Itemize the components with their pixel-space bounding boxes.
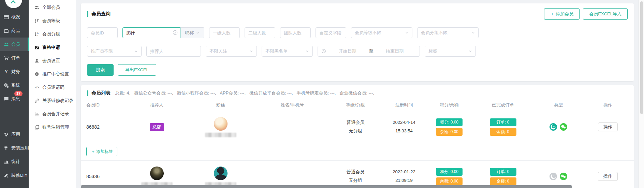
submenu-item-all-members[interactable]: 全部会员 xyxy=(29,1,76,14)
sidebar-item-label: 商品 xyxy=(11,28,20,34)
sidebar-item-orders[interactable]: 订单 xyxy=(0,51,29,65)
sidebar-item-label: 订单 xyxy=(11,55,20,61)
sidebar-item-overview[interactable]: 概况 xyxy=(0,10,29,24)
referrer-avatar[interactable] xyxy=(150,167,164,180)
filter-row-1: 昵称 会员等级不限 会员分组不限 xyxy=(87,27,628,38)
excel-import-button[interactable]: 会员EXCEL导入 xyxy=(583,8,628,20)
add-tag-button[interactable]: ＋ 添加标签 xyxy=(86,147,117,156)
submenu-item-member-settings[interactable]: 会员设置 xyxy=(29,54,76,67)
folder-check-icon xyxy=(34,45,39,50)
chevron-down-icon xyxy=(405,31,409,34)
orders-cart-icon xyxy=(4,56,9,61)
col-points-balance: 积分/余额 xyxy=(425,102,473,108)
sidebar-item-members[interactable]: 会员 xyxy=(0,38,29,51)
member-id-input[interactable] xyxy=(87,27,118,38)
chevron-down-icon xyxy=(471,31,475,34)
open-platform-gray-icon xyxy=(550,173,557,180)
sidebar-item-decorate-diy[interactable]: 装修DIY xyxy=(0,169,29,182)
sidebar-item-label: 装修DIY xyxy=(11,172,28,178)
secondary-sidebar: 全部会员 会员等级 AZ 会员分组 资格申请 会员设置 推广中心设置 </> 会… xyxy=(29,0,76,188)
custom-field-input[interactable] xyxy=(316,27,346,38)
vertical-scrollbar-thumb[interactable] xyxy=(640,1,643,114)
submenu-item-qualification[interactable]: 资格申请 xyxy=(29,41,76,54)
stats-bars-icon xyxy=(4,159,9,164)
chevron-down-icon xyxy=(134,49,138,53)
wechat-icon xyxy=(560,173,567,180)
keyword-input[interactable] xyxy=(122,27,180,38)
member-level-select[interactable]: 会员等级不限 xyxy=(351,27,412,38)
table-row: 85336 普通会员 无分组 2022-01-22 21:09:19 xyxy=(81,161,634,188)
export-excel-button[interactable]: 导出EXCEL xyxy=(118,64,156,76)
sidebar-item-apps[interactable]: 应用 xyxy=(0,128,29,141)
clear-input-icon[interactable] xyxy=(173,30,178,36)
orders-badge: 订单: 0 xyxy=(490,118,516,126)
app-window: 概况 商品 会员 订单 ¥ 财务 系统 消息 17 应 xyxy=(0,0,644,188)
member-group-select[interactable]: 会员分组不限 xyxy=(417,27,479,38)
points-badge: 积分: 0.00 xyxy=(436,168,463,176)
submenu-item-merge-log[interactable]: 会员合并记录 xyxy=(29,107,76,120)
row-action-button[interactable]: 操作 xyxy=(598,172,618,181)
member-group-value: 会员分组不限 xyxy=(421,30,448,36)
submenu-item-relation-log[interactable]: 关系链修改记录 xyxy=(29,94,76,107)
sidebar-item-install-apps[interactable]: 安装应用 xyxy=(0,141,29,155)
level1-count-input[interactable] xyxy=(209,27,240,38)
member-id: 86882 xyxy=(81,124,129,130)
submenu-item-label: 会员合并记录 xyxy=(42,111,69,117)
fan-avatar[interactable] xyxy=(214,117,228,131)
sort-amount-icon xyxy=(34,18,39,23)
reg-time: 15:33:54 xyxy=(383,127,425,135)
keyword-type-select[interactable]: 昵称 xyxy=(180,27,204,38)
follow-value: 不限关注 xyxy=(209,48,227,54)
member-level-value: 会员等级不限 xyxy=(355,30,381,36)
chevron-down-icon xyxy=(306,49,309,53)
sidebar-item-label: 应用 xyxy=(11,131,20,138)
submenu-item-account-cancel[interactable]: 账号注销管理 xyxy=(29,120,76,134)
users-icon xyxy=(34,5,39,10)
col-level-group: 等级/分组 xyxy=(328,102,383,108)
sidebar-item-finance[interactable]: ¥ 财务 xyxy=(0,65,29,78)
date-range-picker[interactable]: 开始日期 至 结束日期 xyxy=(318,46,420,57)
team-count-input[interactable] xyxy=(280,27,311,38)
submenu-item-label: 账号注销管理 xyxy=(42,124,69,130)
section-title-query: 会员查询 xyxy=(87,11,111,17)
sidebar-item-messages[interactable]: 消息 17 xyxy=(0,92,29,106)
members-icon xyxy=(4,42,9,47)
horizontal-scrollbar[interactable] xyxy=(81,185,572,188)
blurred-nickname xyxy=(205,133,236,137)
main-content: 会员查询 ＋ 添加会员 会员EXCEL导入 昵称 xyxy=(76,0,639,188)
sort-alpha-icon: AZ xyxy=(34,32,39,37)
promoter-select[interactable]: 推广员不限 xyxy=(87,46,142,57)
row-action-button[interactable]: 操作 xyxy=(598,122,618,131)
balance-badge: 余额: 0.00 xyxy=(436,128,463,136)
sidebar-item-stats[interactable]: 统计 xyxy=(0,155,29,169)
sidebar-item-system[interactable]: 系统 xyxy=(0,78,29,92)
blacklist-select[interactable]: 不限黑名单 xyxy=(262,46,313,57)
submenu-item-member-levels[interactable]: 会员等级 xyxy=(29,14,76,27)
member-group: 无分组 xyxy=(328,176,383,185)
referrer-input[interactable] xyxy=(146,46,201,57)
submenu-item-label: 会员分组 xyxy=(42,31,60,37)
add-member-button[interactable]: ＋ 添加会员 xyxy=(544,8,580,20)
submenu-item-promotion-center[interactable]: 推广中心设置 xyxy=(29,67,76,81)
sidebar-item-goods[interactable]: 商品 xyxy=(0,24,29,38)
search-button[interactable]: 搜索 xyxy=(87,64,114,76)
blacklist-value: 不限黑名单 xyxy=(265,48,288,54)
svg-text:¥: ¥ xyxy=(5,69,8,74)
level2-count-input[interactable] xyxy=(245,27,275,38)
reg-time: 21:09:19 xyxy=(383,176,425,185)
tag-row: ＋ 添加标签 xyxy=(81,143,634,161)
col-completed-orders: 已完成订单 xyxy=(473,102,533,108)
tag-select[interactable]: 标签 xyxy=(425,46,476,57)
balance-badge: 余额: 0.00 xyxy=(436,177,463,185)
follow-select[interactable]: 不限关注 xyxy=(206,46,257,57)
referrer-shop-badge: 总店 xyxy=(150,123,164,131)
tag-value: 标签 xyxy=(428,48,437,54)
submenu-item-member-groups[interactable]: AZ 会员分组 xyxy=(29,27,76,41)
submenu-item-label: 关系链修改记录 xyxy=(42,98,73,104)
member-level: 普通会员 xyxy=(328,168,383,176)
chevron-down-icon xyxy=(469,49,472,53)
submenu-item-invite-code[interactable]: </> 会员邀请码 xyxy=(29,81,76,94)
fan-avatar[interactable] xyxy=(214,167,228,180)
sidebar-item-label: 财务 xyxy=(11,69,20,75)
col-actions: 操作 xyxy=(584,102,632,108)
